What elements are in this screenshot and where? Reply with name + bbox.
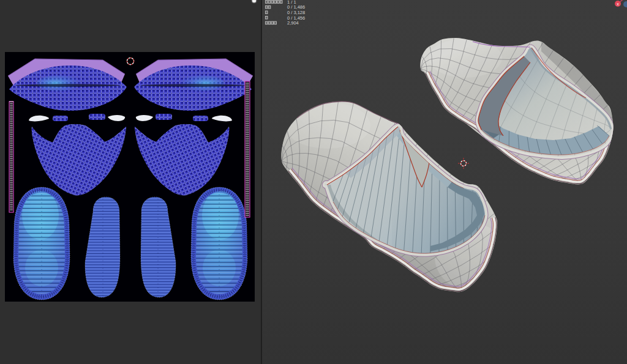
- svg-text:2,904: 2,904: [287, 20, 299, 26]
- svg-text:x: x: [617, 2, 619, 6]
